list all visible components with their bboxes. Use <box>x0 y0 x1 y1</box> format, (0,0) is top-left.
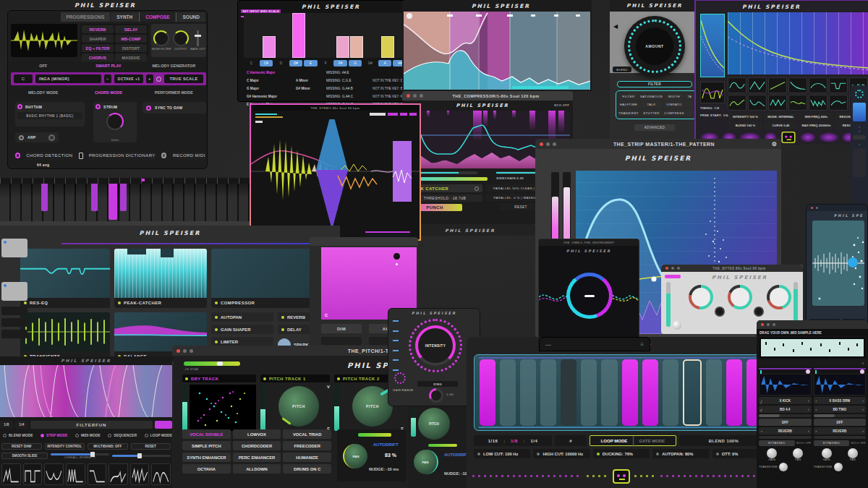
p-label[interactable]: P <box>760 409 762 413</box>
preset-button[interactable]: DRUMS ON C <box>283 464 331 474</box>
step-bar[interactable] <box>601 359 617 426</box>
lfo-shape[interactable] <box>788 95 807 111</box>
output-knob[interactable] <box>173 30 189 46</box>
filterfun-display[interactable] <box>0 365 172 417</box>
tile-transients[interactable]: TRANSIENTS <box>20 312 110 361</box>
lfo-param[interactable]: MODE: INTERNAL <box>764 113 798 120</box>
chord-detection-toggle[interactable] <box>15 153 20 158</box>
melody-mode[interactable]: MELODY MODE <box>11 88 75 97</box>
lfo-shape[interactable] <box>809 77 827 93</box>
sample-selector[interactable]: ‹X KICK› <box>759 397 812 404</box>
strip-knob[interactable] <box>855 90 864 98</box>
stem-titlebar[interactable]: THE_STEM/1-80s Soul 96 bpm <box>251 105 420 111</box>
blend-button[interactable]: BLEND <box>613 67 631 72</box>
lfo-param[interactable]: INTENSITY 100 % <box>728 113 762 120</box>
progression-dictionary-button[interactable]: PROGRESSION DICTIONARY <box>89 151 156 160</box>
vibe-titlebar[interactable]: THE_VIBE/1-THE_INSTRUMENT <box>539 239 639 246</box>
filter-header-button[interactable]: FILTER <box>617 81 692 87</box>
nudge-readout[interactable]: NUDGE: -10 ms <box>369 467 399 471</box>
hash-button[interactable]: # <box>555 435 587 446</box>
filter-shape[interactable] <box>66 463 85 485</box>
note-cell[interactable]: C# <box>260 60 273 67</box>
lfo-shape[interactable] <box>748 95 767 111</box>
window-controls[interactable] <box>665 267 680 270</box>
lfo-shape[interactable] <box>829 95 848 111</box>
lfo-param[interactable]: MAX FREQ 20000Hz <box>799 121 833 129</box>
drift-slider[interactable] <box>428 444 457 447</box>
left-pill[interactable] <box>1 307 27 315</box>
arp-toggle[interactable] <box>19 135 24 140</box>
step-bar[interactable] <box>683 359 702 426</box>
filterfun-button[interactable]: INTENSITY CONTROL <box>45 443 85 450</box>
rate-1-8[interactable]: 1/8 <box>511 439 518 443</box>
pan-knob[interactable]: PAN <box>343 444 367 468</box>
true-scale-button[interactable]: TRUE SCALE <box>164 74 203 83</box>
record-midi-button[interactable]: RECORD MIDI <box>172 151 206 160</box>
filter-shape[interactable] <box>130 463 150 485</box>
play-mode[interactable]: OFF <box>11 61 75 70</box>
composer-tab[interactable]: SOUND <box>177 12 205 22</box>
sample-tag[interactable] <box>665 275 681 278</box>
preset-button[interactable]: OCTAVIA <box>182 464 231 474</box>
lfo-shape[interactable] <box>728 95 746 111</box>
fx-button[interactable]: CHORUS <box>82 53 114 61</box>
lfo-param[interactable]: MIN FREQ 20Hz <box>799 113 833 120</box>
gain-meter[interactable] <box>334 385 339 431</box>
filterfun-mode[interactable]: MIDI MODE <box>75 433 101 437</box>
highlighted-key[interactable] <box>120 184 127 211</box>
sample-selector[interactable]: ‹X BASS DRM› <box>814 397 867 404</box>
bytes-knob-2[interactable] <box>728 285 752 309</box>
intensity-slider[interactable] <box>51 453 92 455</box>
preset-button[interactable]: ALLDOWN <box>233 464 281 474</box>
lfo-mini-curve-box[interactable] <box>700 82 725 103</box>
preset-button[interactable]: SIMPLE PITCH <box>182 441 231 450</box>
intensity-knob[interactable]: INTENSITY <box>409 319 462 372</box>
strip-display-thumb[interactable] <box>853 103 866 121</box>
mixer-module[interactable]: GAIN SHAPER <box>211 325 273 334</box>
highlighted-key[interactable] <box>109 184 117 220</box>
lfo-shape[interactable] <box>788 77 807 93</box>
gain-meter[interactable] <box>260 385 265 431</box>
strip-titlebar[interactable]: THE_STRIP MASTER/1-THE_PATTERN ⚙ <box>535 139 781 149</box>
xy-cursor[interactable] <box>393 253 400 260</box>
preset-button[interactable]: CHORDCODER <box>233 441 281 450</box>
xy-titlebar[interactable] <box>310 237 418 246</box>
mode-button[interactable]: SATURATION <box>640 93 663 100</box>
strum-toggle[interactable] <box>95 104 101 109</box>
scale-row[interactable]: C Major A Minor MISSING: C,G,E NOT IN TH… <box>244 77 407 85</box>
play-mode[interactable]: SMART PLAY <box>76 61 140 70</box>
v-label[interactable]: V <box>760 401 762 405</box>
smooth-slide-button[interactable]: SMOOTH SLIDE <box>1 453 48 459</box>
lfo-shape[interactable] <box>829 77 848 93</box>
pitch-titlebar[interactable]: THE_PITCH/1-THE_IN <box>172 346 409 356</box>
fx-button[interactable]: DISTORT <box>115 44 147 52</box>
window-controls[interactable] <box>540 142 556 146</box>
engine-selector[interactable]: ‹REVERB› <box>814 427 867 435</box>
nudge-readout[interactable]: NUDGE: -10 ms <box>444 471 469 476</box>
chevron-left-icon[interactable]: ‹ <box>851 129 868 133</box>
window-controls[interactable] <box>176 349 193 353</box>
scale-row[interactable]: C Harmonic Major MISSING: A#,E <box>244 69 407 77</box>
back-arrow-icon[interactable]: ◀ <box>613 23 618 30</box>
step-bar[interactable] <box>642 359 658 426</box>
composer-tab[interactable]: SYNTH <box>111 12 138 22</box>
spectrum-display[interactable] <box>404 12 590 90</box>
filterfun-button[interactable]: RESET <box>131 443 171 450</box>
amount-knob[interactable]: AMOUNT <box>624 16 685 77</box>
note-cell[interactable]: F <box>319 60 333 67</box>
granular-display[interactable] <box>812 221 864 306</box>
mode-button[interactable]: VIBRATO <box>664 101 684 108</box>
sync-toggle[interactable] <box>146 106 151 111</box>
advanced-button[interactable]: ADVANCED <box>634 124 675 131</box>
main-out-slider[interactable] <box>197 30 199 46</box>
pitch-knob[interactable]: PITCH <box>278 386 319 427</box>
octave-minus-button[interactable]: − <box>104 74 111 83</box>
rhythm-toggle[interactable] <box>17 104 22 109</box>
arp-knob[interactable] <box>48 134 55 141</box>
free-start-readout[interactable]: FREE START: 1/64 <box>700 114 730 117</box>
high-filter-knob[interactable] <box>153 30 169 46</box>
bypassed-button[interactable]: BYPASSED <box>759 440 795 446</box>
kit-selector[interactable]: ‹BD TWO› <box>814 406 867 413</box>
kit-selector[interactable]: ‹BD 4.4› <box>759 406 812 413</box>
filterfun-mode[interactable]: BLEND MODE <box>3 433 33 437</box>
